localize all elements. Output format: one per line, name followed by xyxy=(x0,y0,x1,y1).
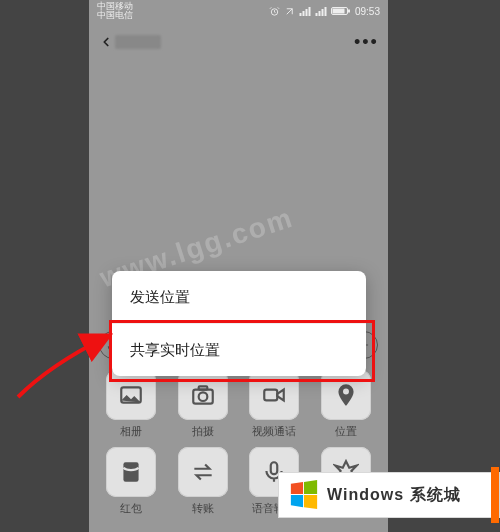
grid-item-label: 转账 xyxy=(192,501,214,516)
phone-screen: 中国移动 中国电信 09:53 ••• xyxy=(89,0,388,532)
grid-item-label: 拍摄 xyxy=(192,424,214,439)
grid-item-album[interactable]: 相册 xyxy=(99,370,163,439)
grid-item-red-packet[interactable]: 红包 xyxy=(99,447,163,516)
svg-rect-1 xyxy=(299,13,301,16)
back-button[interactable] xyxy=(99,32,161,52)
svg-rect-4 xyxy=(308,7,310,16)
transfer-icon xyxy=(190,459,216,485)
signal-icon-2 xyxy=(315,6,327,16)
brand-accent-bar xyxy=(491,467,499,523)
signal-icon xyxy=(299,6,311,16)
chat-navbar: ••• xyxy=(89,22,388,62)
location-action-sheet: 发送位置 共享实时位置 xyxy=(112,271,366,376)
svg-rect-3 xyxy=(305,9,307,16)
svg-rect-8 xyxy=(324,7,326,16)
nfc-icon xyxy=(284,6,295,17)
svg-rect-18 xyxy=(198,386,207,389)
grid-item-location[interactable]: 位置 xyxy=(314,370,378,439)
grid-item-label: 红包 xyxy=(120,501,142,516)
red-packet-icon xyxy=(118,459,144,485)
status-bar: 中国移动 中国电信 09:53 xyxy=(89,0,388,22)
svg-point-17 xyxy=(198,392,207,401)
svg-rect-19 xyxy=(265,390,278,401)
video-call-icon xyxy=(261,382,287,408)
popup-option-send-location[interactable]: 发送位置 xyxy=(112,271,366,323)
grid-item-camera[interactable]: 拍摄 xyxy=(171,370,235,439)
source-brand-card: Windows 系统城 xyxy=(278,472,500,518)
svg-rect-2 xyxy=(302,11,304,16)
album-icon xyxy=(118,382,144,408)
svg-rect-11 xyxy=(348,10,350,13)
contact-name-redacted xyxy=(115,35,161,49)
alarm-icon xyxy=(269,6,280,17)
screenshot-stage: 中国移动 中国电信 09:53 ••• xyxy=(0,0,500,532)
grid-item-transfer[interactable]: 转账 xyxy=(171,447,235,516)
svg-rect-6 xyxy=(318,11,320,16)
svg-rect-7 xyxy=(321,9,323,16)
popup-option-share-live-location[interactable]: 共享实时位置 xyxy=(112,323,366,376)
chevron-left-icon xyxy=(99,32,113,52)
location-icon xyxy=(333,382,359,408)
svg-rect-5 xyxy=(315,13,317,16)
grid-item-label: 相册 xyxy=(120,424,142,439)
svg-rect-20 xyxy=(123,462,138,482)
more-button[interactable]: ••• xyxy=(354,32,378,53)
status-icons: 09:53 xyxy=(269,6,380,17)
windows-logo-icon xyxy=(289,480,319,510)
clock-label: 09:53 xyxy=(355,6,380,17)
grid-item-video-call[interactable]: 视频通话 xyxy=(243,370,307,439)
svg-rect-10 xyxy=(332,9,344,14)
grid-item-label: 位置 xyxy=(335,424,357,439)
battery-icon xyxy=(331,6,351,16)
svg-rect-21 xyxy=(271,462,278,474)
brand-text: Windows 系统城 xyxy=(327,485,461,506)
camera-icon xyxy=(190,382,216,408)
carrier-label: 中国移动 中国电信 xyxy=(97,2,133,20)
grid-item-label: 视频通话 xyxy=(252,424,296,439)
